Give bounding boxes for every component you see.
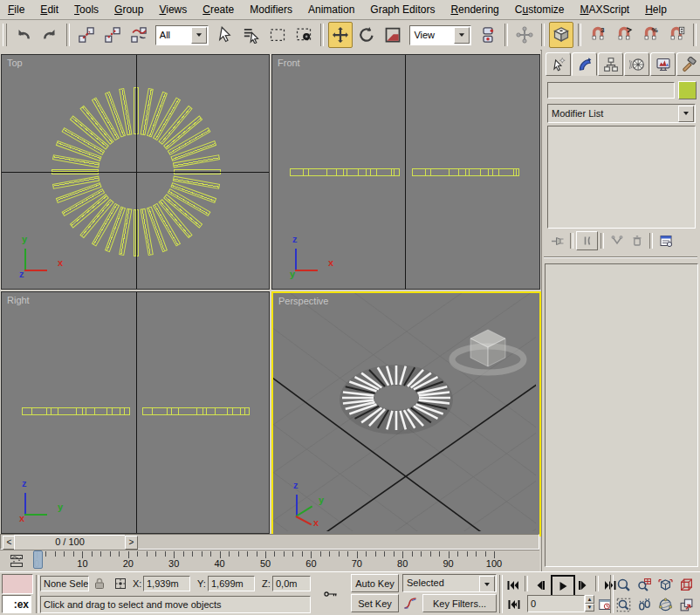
select-and-rotate-button[interactable] <box>354 22 379 48</box>
absolute-offset-toggle[interactable] <box>112 575 129 592</box>
window-crossing-toggle[interactable] <box>292 22 316 48</box>
remove-modifier-button[interactable] <box>627 232 647 249</box>
object-name-field[interactable] <box>547 82 675 99</box>
current-frame-field[interactable]: 0 <box>527 595 585 612</box>
tab-hierarchy[interactable] <box>598 52 623 76</box>
chevron-down-icon[interactable] <box>454 27 470 44</box>
menu-maxscript[interactable]: MAXScript <box>573 1 638 19</box>
viewport-perspective-label[interactable]: Perspective <box>278 296 328 306</box>
chevron-down-icon[interactable] <box>191 27 207 44</box>
menu-help[interactable]: Help <box>637 1 675 19</box>
viewport-perspective-active[interactable]: Perspective z y x <box>271 291 541 536</box>
ruler-tick <box>45 551 46 557</box>
maxscript-mini-listener[interactable]: :ex <box>2 595 31 613</box>
use-pivot-point-center-button[interactable] <box>476 22 500 48</box>
chevron-down-icon[interactable] <box>479 576 495 592</box>
timeline-ruler[interactable]: 0102030405060708090100 <box>31 550 539 572</box>
menu-group[interactable]: Group <box>106 1 151 19</box>
tab-utilities[interactable] <box>676 52 700 76</box>
tab-modify[interactable] <box>572 52 597 76</box>
pin-stack-button[interactable] <box>547 232 567 249</box>
macro-recorder-pane[interactable] <box>2 574 33 594</box>
viewport-right[interactable]: Right z y x <box>1 291 270 534</box>
tab-create[interactable] <box>546 52 571 76</box>
viewport-top-label[interactable]: Top <box>7 58 23 68</box>
menu-tools[interactable]: Tools <box>66 1 106 19</box>
snaps-toggle-button[interactable]: 3 <box>586 22 610 48</box>
select-and-scale-button[interactable] <box>381 22 405 48</box>
toolbar-drag-handle[interactable] <box>3 24 7 46</box>
select-and-manipulate-button[interactable] <box>512 22 537 48</box>
key-filters-button[interactable]: Key Filters... <box>422 594 497 612</box>
time-slider-handle[interactable]: 0 / 100 <box>14 535 126 550</box>
set-key-button[interactable]: Set Key <box>351 594 399 612</box>
min-max-viewport-toggle[interactable] <box>676 595 697 615</box>
ruler-tick <box>329 551 330 557</box>
viewport-right-label[interactable]: Right <box>7 295 30 305</box>
x-coordinate-field[interactable]: 1,939m <box>143 576 190 591</box>
bind-to-space-warp-button[interactable] <box>127 22 151 48</box>
select-by-name-button[interactable] <box>239 22 264 48</box>
redo-button[interactable] <box>38 22 62 48</box>
key-filter-mode-dropdown[interactable]: Selected <box>402 574 497 592</box>
z-coordinate-field[interactable]: 0,0m <box>272 576 311 591</box>
pan-view-button[interactable] <box>635 595 655 615</box>
region-zoom-button[interactable] <box>614 595 634 615</box>
select-and-link-button[interactable] <box>74 22 99 48</box>
menu-file[interactable]: File <box>0 1 32 19</box>
zoom-all-button[interactable] <box>635 575 655 595</box>
frame-spinner[interactable]: ▲▼ <box>585 595 594 612</box>
make-unique-button[interactable] <box>607 232 627 249</box>
zoom-extents-all-button[interactable] <box>676 575 697 595</box>
divider <box>595 576 599 591</box>
menu-graph-editors[interactable]: Graph Editors <box>362 1 443 19</box>
y-coordinate-field[interactable]: 1,699m <box>208 576 255 591</box>
selection-filter-dropdown[interactable]: All <box>155 25 209 45</box>
select-object-button[interactable] <box>213 22 237 48</box>
menu-animation[interactable]: Animation <box>300 1 362 19</box>
auto-key-button[interactable]: Auto Key <box>351 574 399 592</box>
arc-rotate-button[interactable] <box>655 595 676 615</box>
angle-snap-toggle[interactable] <box>612 22 636 48</box>
menu-rendering[interactable]: Rendering <box>443 1 506 19</box>
zoom-extents-button[interactable] <box>655 575 676 595</box>
previous-frame-button[interactable] <box>530 577 548 593</box>
rectangular-selection-region-button[interactable] <box>265 22 290 48</box>
modifier-stack-list[interactable] <box>547 126 696 229</box>
menu-customize[interactable]: Customize <box>507 1 573 19</box>
spinner-snap-toggle[interactable] <box>664 22 689 48</box>
undo-button[interactable] <box>11 22 36 48</box>
menu-views[interactable]: Views <box>151 1 195 19</box>
viewport-top[interactable]: Top y x z <box>1 54 270 290</box>
menu-modifiers[interactable]: Modifiers <box>242 1 300 19</box>
modifier-list-dropdown[interactable]: Modifier List <box>547 104 696 123</box>
track-bar[interactable]: 0102030405060708090100 <box>0 550 539 572</box>
select-and-move-button[interactable] <box>328 22 353 48</box>
x-label: X: <box>133 576 141 591</box>
keyboard-shortcut-override-toggle[interactable] <box>549 22 573 48</box>
time-step-forward-button[interactable]: > <box>125 536 138 550</box>
show-end-result-toggle[interactable] <box>576 231 598 250</box>
time-slider[interactable]: < 0 / 100 > <box>0 534 539 550</box>
zoom-button[interactable] <box>614 575 634 595</box>
object-color-swatch[interactable] <box>678 81 697 99</box>
tab-display[interactable] <box>650 52 676 76</box>
viewport-front[interactable]: Front z x y <box>271 54 540 290</box>
current-frame-marker[interactable] <box>33 550 43 569</box>
menu-create[interactable]: Create <box>195 1 242 19</box>
go-to-start-button[interactable] <box>504 577 522 593</box>
tab-motion[interactable] <box>624 52 649 76</box>
default-tangent-button[interactable] <box>401 594 420 612</box>
percent-snap-toggle[interactable]: % <box>638 22 662 48</box>
open-mini-curve-editor-button[interactable] <box>4 553 29 569</box>
set-keys-button[interactable] <box>312 579 349 609</box>
selection-lock-toggle[interactable] <box>92 576 107 591</box>
key-mode-toggle[interactable] <box>504 596 523 612</box>
menu-edit[interactable]: Edit <box>32 1 66 19</box>
unlink-selection-button[interactable] <box>100 22 125 48</box>
next-frame-button[interactable] <box>574 577 593 593</box>
chevron-down-icon[interactable] <box>678 106 694 122</box>
reference-coordinate-system-dropdown[interactable]: View <box>409 25 471 45</box>
viewport-front-label[interactable]: Front <box>278 58 300 68</box>
configure-modifier-sets-button[interactable] <box>655 232 676 249</box>
